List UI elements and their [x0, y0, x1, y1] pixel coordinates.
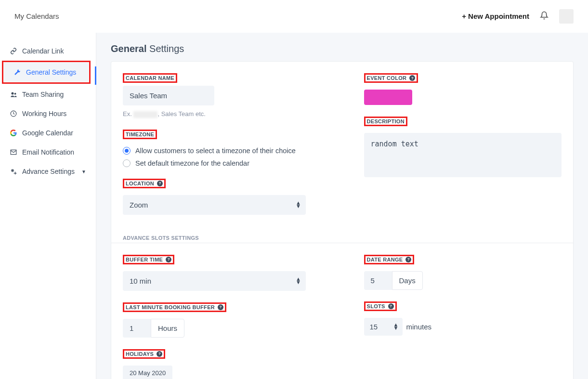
date-range-value-input[interactable] [364, 271, 392, 290]
topbar: My Calendars + New Appointment [0, 0, 588, 33]
help-icon[interactable]: ? [218, 304, 223, 310]
slots-select[interactable]: 15 ▲▼ [364, 318, 403, 336]
radio-checked-icon [123, 147, 131, 155]
topbar-actions: + New Appointment [462, 9, 574, 24]
event-color-swatch[interactable] [364, 90, 412, 105]
calendar-name-input[interactable] [123, 86, 214, 105]
holiday-chip[interactable]: 20 May 2020 [123, 366, 172, 379]
location-select[interactable]: Zoom ▲▼ [123, 195, 306, 215]
calendar-name-hint: Ex. , Sales Team etc. [123, 110, 321, 118]
page-title-rest: Settings [146, 43, 184, 54]
last-minute-label: LAST MINUTE BOOKING BUFFER ? [123, 302, 226, 312]
right-column: EVENT COLOR ? DESCRIPTION random text [364, 73, 562, 215]
help-icon[interactable]: ? [166, 257, 171, 262]
buffer-time-label: BUFFER TIME ? [123, 255, 174, 264]
sidebar-item-google-calendar[interactable]: Google Calendar [0, 123, 96, 143]
sidebar-item-calendar-link[interactable]: Calendar Link [0, 41, 96, 61]
adv-right-column: DATE RANGE ? Days SLOTS ? [364, 255, 562, 379]
description-label: DESCRIPTION [364, 117, 407, 126]
hint-redacted [133, 111, 157, 118]
select-arrows-icon: ▲▼ [393, 323, 399, 330]
sidebar: Calendar Link General Settings Team Shar… [0, 33, 96, 379]
svg-point-0 [11, 92, 13, 94]
svg-point-1 [14, 92, 16, 94]
location-label-text: LOCATION [126, 181, 154, 186]
date-range-input-group: Days [364, 271, 562, 290]
holidays-label: HOLIDAYS ? [123, 349, 165, 359]
sidebar-item-general-settings[interactable]: General Settings [4, 63, 89, 82]
svg-point-4 [14, 172, 16, 174]
clock-icon [10, 110, 17, 118]
buffer-time-label-text: BUFFER TIME [126, 257, 163, 262]
wrench-icon [13, 68, 21, 76]
select-arrows-icon: ▲▼ [296, 201, 301, 208]
buffer-time-value: 10 min [123, 271, 306, 291]
sidebar-item-label: Google Calendar [22, 129, 73, 137]
gears-icon [10, 168, 17, 175]
last-minute-value-input[interactable] [123, 319, 151, 338]
last-minute-unit: Hours [151, 319, 184, 338]
help-icon[interactable]: ? [409, 75, 415, 81]
timezone-default-label: Set default timezone for the calendar [135, 159, 249, 167]
new-appointment-button[interactable]: + New Appointment [462, 12, 529, 20]
help-icon[interactable]: ? [157, 181, 163, 186]
select-arrows-icon: ▲▼ [296, 277, 301, 284]
holidays-label-text: HOLIDAYS [126, 351, 154, 357]
date-range-label: DATE RANGE ? [364, 255, 415, 264]
help-icon[interactable]: ? [388, 303, 394, 309]
timezone-allow-radio[interactable]: Allow customers to select a timezone of … [123, 147, 321, 155]
date-range-unit: Days [392, 271, 423, 290]
buffer-time-select[interactable]: 10 min ▲▼ [123, 271, 306, 291]
content-area: General Settings CALENDAR NAME Ex. , Sal… [96, 33, 588, 379]
description-textarea[interactable]: random text [364, 133, 562, 177]
event-color-label-text: EVENT COLOR [367, 75, 407, 81]
sidebar-item-email-notification[interactable]: Email Notification [0, 143, 96, 162]
google-icon [10, 129, 17, 137]
sidebar-item-label: Calendar Link [22, 47, 64, 55]
date-range-label-text: DATE RANGE [367, 257, 403, 262]
hint-suffix: , Sales Team etc. [157, 110, 205, 118]
page-title-strong: General [111, 43, 146, 54]
sidebar-item-working-hours[interactable]: Working Hours [0, 104, 96, 123]
slots-label: SLOTS ? [364, 301, 397, 311]
page-breadcrumb: My Calendars [14, 12, 59, 20]
event-color-label: EVENT COLOR ? [364, 73, 418, 83]
chevron-down-icon: ▼ [81, 169, 86, 174]
timezone-default-radio[interactable]: Set default timezone for the calendar [123, 159, 321, 167]
timezone-allow-label: Allow customers to select a timezone of … [135, 147, 296, 155]
sidebar-item-label: Team Sharing [22, 91, 64, 98]
location-value: Zoom [123, 195, 306, 215]
sidebar-item-label: Email Notification [22, 148, 74, 156]
slots-label-text: SLOTS [367, 303, 385, 309]
sidebar-item-label: General Settings [26, 68, 76, 76]
bell-icon[interactable] [540, 11, 549, 22]
calendar-name-label: CALENDAR NAME [123, 73, 177, 83]
sidebar-item-label: Working Hours [22, 110, 66, 118]
mail-icon [10, 148, 17, 156]
help-icon[interactable]: ? [405, 257, 411, 262]
advance-slots-header: ADVANCE SLOTS SETTINGS [111, 226, 573, 243]
sidebar-item-team-sharing[interactable]: Team Sharing [0, 85, 96, 104]
avatar[interactable] [559, 9, 574, 24]
slots-unit: minutes [406, 323, 432, 331]
radio-unchecked-icon [123, 159, 131, 167]
last-minute-label-text: LAST MINUTE BOOKING BUFFER [126, 304, 215, 310]
adv-left-column: BUFFER TIME ? 10 min ▲▼ LAST MINUTE BOOK… [123, 255, 321, 379]
users-icon [10, 91, 17, 98]
last-minute-input-group: Hours [123, 319, 321, 338]
sidebar-item-advance-settings[interactable]: Advance Settings ▼ [0, 162, 96, 181]
sidebar-item-label: Advance Settings [22, 168, 75, 175]
link-icon [10, 47, 17, 55]
location-label: LOCATION ? [123, 179, 166, 188]
settings-card: CALENDAR NAME Ex. , Sales Team etc. TIME… [111, 61, 574, 379]
help-icon[interactable]: ? [157, 351, 162, 357]
hint-prefix: Ex. [123, 110, 133, 118]
timezone-label: TIMEZONE [123, 130, 157, 139]
page-title: General Settings [111, 43, 574, 54]
left-column: CALENDAR NAME Ex. , Sales Team etc. TIME… [123, 73, 321, 215]
